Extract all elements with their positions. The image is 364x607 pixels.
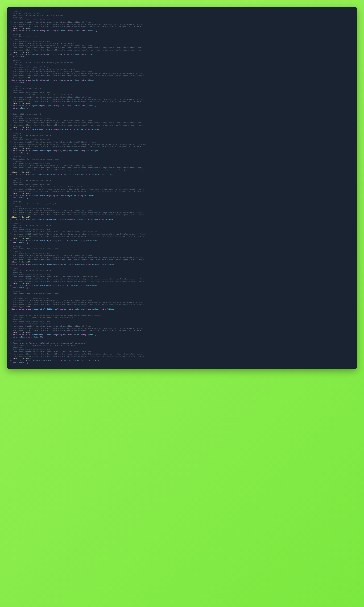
xml-doc-param: /// <param name="onChildRemoved"> Name o… bbox=[10, 278, 354, 280]
xml-doc-summary-open: /// <summary> bbox=[10, 291, 354, 293]
xml-doc-summary-close: /// </summary> bbox=[10, 137, 354, 139]
method-signature-cont: string fallback); bbox=[10, 242, 354, 244]
xml-doc-summary-open: /// <summary> bbox=[10, 340, 354, 342]
method-signature: public static extern void StopListeningF… bbox=[10, 263, 354, 265]
attribute-line: [DllImport("__Internal")] bbox=[10, 306, 354, 308]
xml-doc-summary-line: /// Will return a snapshot of the JSON i… bbox=[10, 14, 354, 17]
xml-doc-param: /// <param name="fallback"> Name of the … bbox=[10, 26, 354, 28]
xml-doc-param: /// <param name="callback"> Name of the … bbox=[10, 212, 354, 214]
xml-doc-param: /// <param name="objectName"> Name of th… bbox=[10, 96, 354, 98]
xml-doc-param: /// <param name="fallback"> Name of the … bbox=[10, 330, 354, 332]
xml-doc-summary-close: /// </summary> bbox=[10, 115, 354, 118]
code-editor[interactable]: /// <summary>/// Gets JSON from a specif… bbox=[7, 7, 357, 369]
xml-doc-param: /// <param name="objectName"> Name of th… bbox=[10, 210, 354, 212]
xml-doc-summary-close: /// </summary> bbox=[10, 90, 354, 92]
xml-doc-summary-line: /// Listens for value changes in a speci… bbox=[10, 224, 354, 226]
xml-doc-summary-line: /// Deletes JSON in a specified path bbox=[10, 113, 354, 115]
xml-doc-summary-open: /// <summary> bbox=[10, 132, 354, 134]
xml-doc-summary-line: /// Toggles a boolean flag in a specifie… bbox=[10, 342, 354, 344]
xml-doc-param: /// <param name="path"> Database Path </… bbox=[10, 321, 354, 323]
xml-doc-summary-open: /// <summary> bbox=[10, 222, 354, 224]
xml-doc-param: /// <param name="onChildAdded"> Name of … bbox=[10, 188, 354, 190]
attribute-line: [DllImport("__Internal")] bbox=[10, 77, 354, 79]
xml-doc-summary-line: /// If the value is not a boolean or doe… bbox=[10, 344, 354, 346]
method-signature: public static extern void UpdateJSON(str… bbox=[10, 105, 354, 107]
xml-doc-summary-open: /// <summary> bbox=[10, 177, 354, 179]
xml-doc-summary-line: /// Stops listening for value changed on… bbox=[10, 158, 354, 160]
function-block: /// <summary>/// Adds a specified number… bbox=[10, 312, 354, 338]
method-signature: public static extern void ListenForChild… bbox=[10, 285, 354, 287]
function-block: /// <summary>/// Stops listening for val… bbox=[10, 156, 354, 175]
xml-doc-param: /// <param name="fallback"> Name of the … bbox=[10, 169, 354, 171]
function-block: /// <summary>/// Listens for value chang… bbox=[10, 267, 354, 289]
xml-doc-param: /// <param name="path"> Database path </… bbox=[10, 118, 354, 120]
xml-doc-param: /// <param name="fallback"> Name of the … bbox=[10, 235, 354, 238]
xml-doc-param: /// <param name="objectName"> Name of th… bbox=[10, 45, 354, 47]
xml-doc-param: /// <param name="path"> Database Path </… bbox=[10, 162, 354, 165]
xml-doc-param: /// <param name="callback"> Name of the … bbox=[10, 327, 354, 330]
xml-doc-param: /// <param name="fallback"> Name of the … bbox=[10, 75, 354, 77]
xml-doc-param: /// <param name="path"> Database path </… bbox=[10, 139, 354, 141]
attribute-line: [DllImport("__Internal")] bbox=[10, 193, 354, 195]
method-signature-cont: string fallback); bbox=[10, 56, 354, 58]
method-signature: public static extern void ToggleBooleanW… bbox=[10, 360, 354, 362]
xml-doc-summary-line: /// Listens for value changes in a speci… bbox=[10, 179, 354, 182]
xml-doc-param: /// <param name="path"> Database Path </… bbox=[10, 297, 354, 299]
xml-doc-param: /// <param name="objectName"> Name of th… bbox=[10, 254, 354, 257]
xml-doc-summary-close: /// </summary> bbox=[10, 38, 354, 40]
attribute-line: [DllImport("__Internal")] bbox=[10, 216, 354, 218]
xml-doc-param: /// <param name="callback"> Name of the … bbox=[10, 73, 354, 75]
xml-doc-summary-close: /// </summary> bbox=[10, 182, 354, 184]
xml-doc-summary-close: /// </summary> bbox=[10, 318, 354, 321]
xml-doc-param: /// <param name="path"> Database Path </… bbox=[10, 207, 354, 210]
function-block: /// <summary>/// Stops listening for chi… bbox=[10, 291, 354, 310]
xml-doc-param: /// <param name="fallback"> Name of the … bbox=[10, 190, 354, 193]
method-signature-cont: string callback, string fallback); bbox=[10, 336, 354, 338]
xml-doc-summary-close: /// </summary> bbox=[10, 160, 354, 162]
method-signature-cont: string fallback); bbox=[10, 287, 354, 289]
xml-doc-param: /// <param name="fallback"> Name of the … bbox=[10, 145, 354, 148]
xml-doc-param: /// <param name="path"> Database path </… bbox=[10, 40, 354, 42]
xml-doc-param: /// <param name="fallback"> Name of the … bbox=[10, 49, 354, 51]
function-block: /// <summary>/// Listens for value chang… bbox=[10, 132, 354, 154]
method-signature-cont: string fallback); bbox=[10, 107, 354, 109]
xml-doc-param: /// <param name="fallback"> Name of the … bbox=[10, 304, 354, 306]
xml-doc-param: /// <param name="callback"> Name of the … bbox=[10, 353, 354, 355]
xml-doc-param: /// <param name="objectName"> Name of th… bbox=[10, 120, 354, 122]
xml-doc-param: /// <param name="objectName"> Name of th… bbox=[10, 141, 354, 143]
xml-doc-param: /// <param name="path"> Database Path </… bbox=[10, 252, 354, 254]
xml-doc-param: /// <param name="fallback"> Name of the … bbox=[10, 214, 354, 216]
xml-doc-summary-line: /// Updates JSON in a specified path bbox=[10, 87, 354, 90]
method-signature-cont: string fallback); bbox=[10, 362, 354, 364]
xml-doc-param: /// <param name="path"> Database path </… bbox=[10, 229, 354, 231]
function-block: /// <summary>/// Pushes JSON to a specif… bbox=[10, 59, 354, 83]
method-signature: public static extern void StopListeningF… bbox=[10, 308, 354, 310]
xml-doc-param: /// <param name="callback"> Name of the … bbox=[10, 122, 354, 124]
xml-doc-summary-open: /// <summary> bbox=[10, 34, 354, 36]
xml-doc-param: /// <param name="path"> Database path </… bbox=[10, 274, 354, 276]
method-signature: public static extern void StopListeningF… bbox=[10, 218, 354, 221]
attribute-line: [DllImport("__Internal")] bbox=[10, 171, 354, 173]
function-block: /// <summary>/// Stops listening for chi… bbox=[10, 201, 354, 221]
xml-doc-param: /// <param name="amount"> Number to add … bbox=[10, 323, 354, 325]
xml-doc-param: /// <param name="callback"> Name of the … bbox=[10, 23, 354, 26]
xml-doc-summary-line: /// Stops listening for child changed on… bbox=[10, 248, 354, 250]
function-block: /// <summary>/// Toggles a boolean flag … bbox=[10, 340, 354, 364]
xml-doc-param: /// <param name="objectName"> Name of th… bbox=[10, 231, 354, 233]
xml-doc-param: /// <param name="value"> JSON string to … bbox=[10, 42, 354, 45]
xml-doc-summary-open: /// <summary> bbox=[10, 10, 354, 12]
xml-doc-param: /// <param name="objectName"> Name of th… bbox=[10, 165, 354, 167]
xml-doc-param: /// <param name="callback"> Name of the … bbox=[10, 47, 354, 49]
xml-doc-param: /// <param name="objectName"> Name of th… bbox=[10, 351, 354, 353]
xml-doc-summary-open: /// <summary> bbox=[10, 59, 354, 62]
xml-doc-param: /// <param name="callback"> Name of the … bbox=[10, 167, 354, 169]
function-block: /// <summary>/// Listens for value chang… bbox=[10, 177, 354, 199]
xml-doc-summary-open: /// <summary> bbox=[10, 156, 354, 158]
xml-doc-summary-close: /// </summary> bbox=[10, 64, 354, 66]
function-block: /// <summary>/// Deletes JSON in a speci… bbox=[10, 111, 354, 131]
xml-doc-param: /// <param name="callback"> Name of the … bbox=[10, 98, 354, 101]
xml-doc-summary-open: /// <summary> bbox=[10, 246, 354, 248]
method-signature: public static extern void ModifyNumberWi… bbox=[10, 334, 354, 336]
xml-doc-summary-close: /// </summary> bbox=[10, 17, 354, 19]
xml-doc-summary-line: /// Listens for value changes in a speci… bbox=[10, 269, 354, 271]
